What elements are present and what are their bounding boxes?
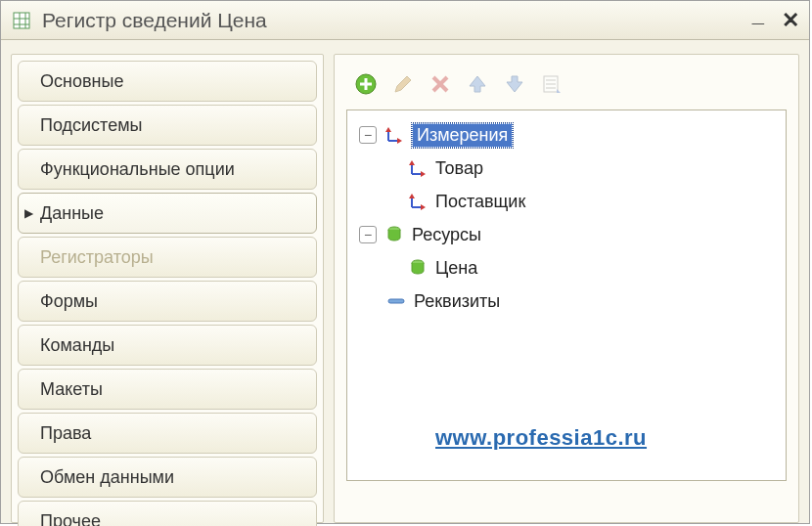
- tab-label: Функциональные опции: [40, 159, 235, 180]
- content-pane: − Измерения Товар: [334, 54, 799, 523]
- minimize-button[interactable]: _: [752, 4, 764, 25]
- node-label: Цена: [435, 258, 477, 279]
- list-button[interactable]: [538, 70, 565, 98]
- tab-exchange[interactable]: Обмен данными: [18, 457, 317, 498]
- node-label: Измерения: [412, 123, 513, 148]
- svg-rect-0: [14, 13, 29, 28]
- window-controls: _ ✕: [752, 10, 799, 31]
- attribute-icon: [384, 296, 408, 306]
- svg-marker-25: [421, 171, 426, 177]
- tab-rights[interactable]: Права: [18, 413, 317, 454]
- registry-icon: [11, 10, 32, 31]
- delete-button[interactable]: [427, 70, 454, 98]
- window: Регистр сведений Цена _ ✕ Основные Подси…: [0, 0, 810, 524]
- tab-label: Команды: [40, 335, 114, 356]
- dimension-icon: [406, 158, 429, 178]
- tab-subsystems[interactable]: Подсистемы: [18, 105, 317, 146]
- svg-marker-19: [385, 127, 391, 132]
- delete-icon: [429, 73, 451, 95]
- pencil-icon: [392, 73, 414, 95]
- arrow-down-icon: [504, 73, 525, 95]
- dimension-group-icon: [383, 125, 406, 145]
- add-button[interactable]: [352, 70, 380, 98]
- tab-label: Подсистемы: [40, 115, 142, 136]
- titlebar: Регистр сведений Цена _ ✕: [1, 1, 809, 40]
- tab-data[interactable]: Данные: [18, 193, 317, 234]
- tree: − Измерения Товар: [346, 110, 787, 481]
- svg-marker-17: [557, 89, 561, 93]
- move-up-button[interactable]: [464, 70, 491, 98]
- list-icon: [541, 73, 563, 95]
- tree-node-dimensions[interactable]: − Измерения: [353, 118, 780, 152]
- add-icon: [354, 72, 378, 96]
- tree-node-item[interactable]: Товар: [353, 152, 780, 185]
- tab-label: Основные: [40, 71, 123, 92]
- svg-marker-8: [395, 76, 411, 92]
- tab-registrators: Регистраторы: [18, 237, 317, 278]
- tab-forms[interactable]: Формы: [18, 281, 317, 322]
- tree-node-attributes[interactable]: Реквизиты: [353, 285, 780, 318]
- svg-marker-21: [397, 138, 402, 144]
- svg-marker-23: [409, 160, 415, 165]
- close-button[interactable]: ✕: [782, 10, 799, 31]
- node-label: Ресурсы: [412, 225, 481, 245]
- tab-label: Макеты: [40, 379, 103, 400]
- svg-marker-29: [421, 204, 426, 210]
- sidebar: Основные Подсистемы Функциональные опции…: [11, 54, 324, 523]
- resource-group-icon: [383, 226, 406, 243]
- arrow-up-icon: [467, 73, 488, 95]
- svg-rect-32: [388, 299, 404, 303]
- svg-marker-27: [409, 194, 415, 198]
- resource-icon: [406, 259, 429, 277]
- tab-label: Регистраторы: [40, 247, 154, 268]
- dimension-icon: [406, 192, 429, 211]
- watermark-link[interactable]: www.professia1c.ru: [435, 425, 647, 451]
- collapse-icon[interactable]: −: [359, 226, 377, 243]
- tab-main[interactable]: Основные: [18, 61, 317, 102]
- svg-marker-12: [507, 76, 522, 92]
- node-label: Товар: [435, 158, 483, 179]
- svg-marker-11: [470, 76, 485, 92]
- node-label: Поставщик: [435, 192, 525, 212]
- window-title: Регистр сведений Цена: [42, 9, 752, 32]
- edit-button[interactable]: [389, 70, 417, 98]
- toolbar: [346, 66, 787, 110]
- tab-commands[interactable]: Команды: [18, 325, 317, 366]
- tab-label: Обмен данными: [40, 467, 174, 488]
- tab-label: Прочее: [40, 511, 101, 527]
- svg-rect-7: [360, 83, 372, 86]
- move-down-button[interactable]: [501, 70, 528, 98]
- tab-label: Формы: [40, 291, 98, 312]
- tab-layouts[interactable]: Макеты: [18, 369, 317, 410]
- tree-node-item[interactable]: Поставщик: [353, 185, 780, 218]
- tab-label: Права: [40, 423, 91, 444]
- tab-other[interactable]: Прочее: [18, 501, 317, 526]
- tab-label: Данные: [40, 203, 104, 224]
- tab-functional-options[interactable]: Функциональные опции: [18, 149, 317, 190]
- tree-node-item[interactable]: Цена: [353, 251, 780, 285]
- collapse-icon[interactable]: −: [359, 126, 377, 144]
- body: Основные Подсистемы Функциональные опции…: [1, 40, 809, 523]
- node-label: Реквизиты: [414, 291, 500, 312]
- tree-node-resources[interactable]: − Ресурсы: [353, 218, 780, 251]
